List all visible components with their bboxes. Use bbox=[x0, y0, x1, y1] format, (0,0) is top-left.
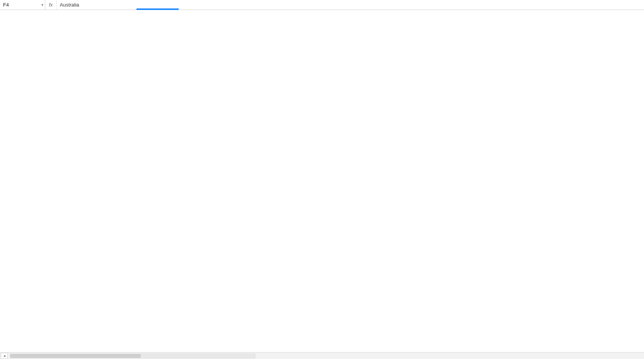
name-box-value: F4 bbox=[3, 2, 9, 8]
fx-label[interactable]: fx bbox=[45, 0, 57, 10]
name-box-dropdown-icon[interactable]: ▾ bbox=[41, 3, 43, 7]
formula-input[interactable]: Australia bbox=[57, 0, 644, 10]
name-box[interactable]: F4 ▾ bbox=[0, 0, 45, 10]
formula-bar: F4 ▾ fx Australia bbox=[0, 0, 644, 10]
formula-value: Australia bbox=[60, 2, 79, 8]
